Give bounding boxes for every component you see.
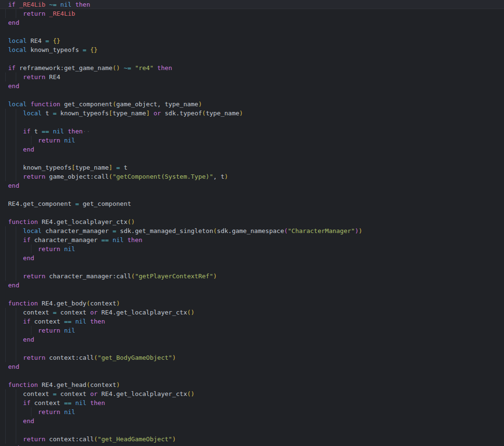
code-token: RE4.get_localplayer_ctx — [101, 309, 187, 316]
indent-guide — [5, 244, 6, 253]
code-token: if — [23, 399, 34, 406]
indent-guide — [5, 163, 6, 172]
code-token: nil — [64, 327, 75, 334]
code-line[interactable]: known_typeofs[type_name] = t — [0, 163, 504, 172]
code-token: RE4.get_localplayer_ctx — [101, 390, 187, 397]
code-line[interactable]: if reframework:get_game_name() ~= "re4" … — [0, 63, 504, 72]
code-line[interactable]: if context == nil then — [0, 317, 504, 326]
indent-guide — [5, 253, 6, 263]
code-token: = — [83, 46, 91, 53]
code-line[interactable]: end — [0, 335, 504, 344]
code-token: return — [38, 245, 64, 253]
code-token: t — [45, 110, 53, 117]
code-token: ( — [94, 354, 98, 361]
code-line[interactable] — [0, 371, 504, 380]
code-line[interactable]: end — [0, 253, 504, 263]
code-token: context — [60, 390, 91, 397]
indent-guide — [5, 9, 6, 18]
code-token — [8, 137, 38, 144]
code-line[interactable]: function RE4.get_localplayer_ctx() — [0, 217, 504, 226]
code-line[interactable] — [0, 27, 504, 36]
code-token: function — [8, 381, 41, 388]
code-token: , t — [213, 173, 224, 180]
code-token: = — [53, 309, 60, 316]
code-token: if — [8, 1, 19, 8]
code-line[interactable]: if t == nil then·· — [0, 127, 504, 136]
code-line[interactable] — [0, 344, 504, 353]
code-line[interactable]: local function get_component(game_object… — [0, 100, 504, 109]
code-line[interactable]: if character_manager == nil then — [0, 235, 504, 244]
code-line[interactable]: return _RE4Lib — [0, 9, 504, 18]
code-token: = — [75, 200, 83, 207]
code-token: if — [8, 64, 19, 71]
code-token: ) — [224, 173, 228, 180]
code-line[interactable]: return game_object:call("getComponent(Sy… — [0, 172, 504, 181]
code-line[interactable] — [0, 154, 504, 163]
indent-guide — [31, 326, 31, 335]
code-line[interactable]: if _RE4Lib ~= nil then — [0, 0, 504, 9]
code-line[interactable]: end — [0, 18, 504, 27]
code-line[interactable]: if context == nil then — [0, 398, 504, 407]
code-line[interactable]: local RE4 = {} — [0, 36, 504, 45]
indent-guide — [5, 416, 6, 426]
code-token: local — [23, 110, 45, 117]
code-line[interactable]: context = context or RE4.get_localplayer… — [0, 308, 504, 317]
code-line[interactable]: end — [0, 281, 504, 290]
code-line[interactable]: local known_typeofs = {} — [0, 45, 504, 54]
code-line[interactable]: return nil — [0, 136, 504, 145]
indent-guide — [5, 172, 6, 181]
code-token: nil — [53, 128, 68, 135]
code-token: == — [64, 318, 75, 325]
code-line[interactable]: return nil — [0, 244, 504, 253]
code-token: context:call — [49, 354, 94, 361]
code-line[interactable]: return nil — [0, 407, 504, 416]
code-line[interactable]: return context:call("get_BodyGameObject"… — [0, 353, 504, 362]
code-line[interactable]: end — [0, 362, 504, 371]
code-token: end — [8, 82, 19, 90]
code-line[interactable]: return nil — [0, 326, 504, 335]
code-line[interactable]: end — [0, 181, 504, 190]
code-line[interactable] — [0, 208, 504, 217]
code-line[interactable]: return character_manager:call("getPlayer… — [0, 272, 504, 281]
indent-guide — [16, 435, 16, 444]
indent-guide — [16, 235, 16, 244]
indent-guide — [31, 244, 31, 253]
indent-guide — [16, 244, 16, 253]
code-line[interactable] — [0, 290, 504, 299]
code-line[interactable] — [0, 426, 504, 435]
code-line[interactable]: function RE4.get_body(context) — [0, 299, 504, 308]
code-token: context — [34, 399, 64, 406]
code-line[interactable]: return context:call("get_HeadGameObject"… — [0, 435, 504, 444]
code-token: nil — [64, 137, 75, 144]
code-token: ( — [284, 227, 288, 234]
code-line[interactable]: end — [0, 81, 504, 91]
code-line[interactable]: local t = known_typeofs[type_name] or sd… — [0, 109, 504, 118]
indent-guide — [16, 335, 16, 344]
code-line[interactable]: context = context or RE4.get_localplayer… — [0, 389, 504, 398]
code-token: then — [127, 236, 142, 243]
code-line[interactable]: end — [0, 145, 504, 154]
code-token: "get_BodyGameObject" — [98, 354, 172, 361]
code-token: = — [53, 390, 60, 397]
indent-guide — [5, 272, 6, 281]
code-line[interactable]: RE4.get_component = get_component — [0, 199, 504, 208]
code-token: then — [68, 128, 82, 135]
code-token: end — [8, 182, 19, 189]
indent-guide — [5, 398, 6, 407]
indent-guide — [16, 407, 16, 416]
code-line[interactable] — [0, 263, 504, 272]
code-line[interactable] — [0, 54, 504, 63]
code-editor[interactable]: if _RE4Lib ~= nil then return _RE4Libend… — [0, 0, 504, 446]
code-token: ( — [112, 101, 116, 108]
code-line[interactable] — [0, 118, 504, 127]
code-line[interactable] — [0, 190, 504, 199]
code-line[interactable]: local character_manager = sdk.get_manage… — [0, 226, 504, 235]
code-line[interactable]: function RE4.get_head(context) — [0, 380, 504, 389]
code-line[interactable]: end — [0, 416, 504, 426]
code-line[interactable]: end — [0, 444, 504, 446]
code-token: ~= — [49, 1, 60, 8]
indent-guide — [5, 353, 6, 362]
code-token: () — [112, 64, 120, 71]
code-line[interactable] — [0, 91, 504, 100]
code-line[interactable]: return RE4 — [0, 72, 504, 81]
